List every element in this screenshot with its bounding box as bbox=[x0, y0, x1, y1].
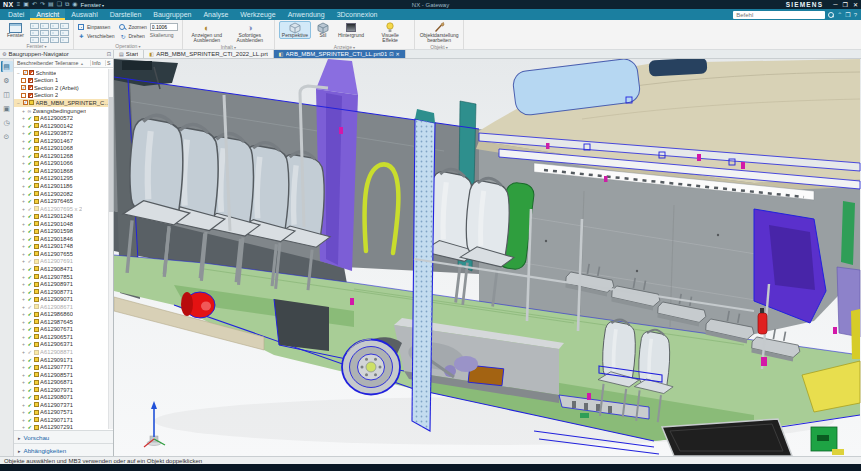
collapse-icon[interactable] bbox=[16, 70, 21, 76]
rotate-button[interactable]: Drehen bbox=[119, 32, 146, 40]
expand-icon[interactable] bbox=[21, 379, 26, 385]
tree-item-part[interactable]: A612901467 bbox=[14, 137, 113, 145]
style-button[interactable]: Stil bbox=[314, 21, 332, 39]
show-hide-button[interactable]: Anzeigen und Ausblenden bbox=[187, 21, 227, 44]
fenster-button[interactable]: Fenster bbox=[4, 21, 27, 39]
tree-item-part[interactable]: A612907571 bbox=[14, 409, 113, 417]
expand-icon[interactable] bbox=[21, 115, 26, 121]
command-finder-icon[interactable]: ◉ bbox=[72, 0, 77, 9]
expand-icon[interactable] bbox=[21, 236, 26, 242]
perspective-button[interactable]: Perspektive bbox=[279, 21, 311, 39]
checkbox[interactable] bbox=[21, 78, 26, 83]
tree-item-root-assembly[interactable]: ARB_MBM_SPRINTER_CTI_LL... bbox=[14, 99, 113, 107]
command-search-input[interactable] bbox=[733, 11, 825, 19]
expand-icon[interactable] bbox=[21, 334, 26, 340]
tree-item-part[interactable]: A612907371 bbox=[14, 401, 113, 409]
expand-icon[interactable] bbox=[21, 251, 26, 257]
tree-scrollbar-thumb[interactable] bbox=[109, 97, 113, 212]
tree-item-part[interactable]: A612903872 bbox=[14, 129, 113, 137]
document-tab[interactable]: ◧ ARB_MBM_SPRINTER_CTI_2022_LL.prt bbox=[144, 50, 273, 58]
expand-icon[interactable] bbox=[21, 387, 26, 393]
checkbox[interactable] bbox=[23, 70, 28, 75]
checkbox[interactable] bbox=[21, 85, 26, 90]
tree-item-part[interactable]: A612902082 bbox=[14, 190, 113, 198]
collapse-icon[interactable] bbox=[16, 100, 21, 106]
tree-item-constraints[interactable]: Zwangsbedingungen bbox=[14, 107, 113, 115]
tree-item-section[interactable]: Section 1 bbox=[14, 77, 113, 85]
tree-item-part[interactable]: A612901048 bbox=[14, 220, 113, 228]
tree-item-part[interactable]: A612907851 bbox=[14, 273, 113, 281]
tree-item-part[interactable]: A612906371 bbox=[14, 341, 113, 349]
fullscreen-icon[interactable]: ❒ bbox=[845, 11, 850, 18]
tree-item-part[interactable]: A612901846 bbox=[14, 235, 113, 243]
tree-item-part[interactable]: A612907671 bbox=[14, 326, 113, 334]
tree-item-part[interactable]: A612901868 bbox=[14, 167, 113, 175]
ribbon-tab[interactable]: Darstellen bbox=[104, 9, 148, 20]
ribbon-tab[interactable]: Anwendung bbox=[282, 9, 331, 20]
tree-item-part[interactable]: A612907171 bbox=[14, 416, 113, 424]
expand-icon[interactable] bbox=[21, 319, 26, 325]
search-icon[interactable] bbox=[828, 12, 834, 18]
document-tab[interactable]: ▤ Start bbox=[114, 50, 144, 58]
edit-object-display-button[interactable]: Objektdarstellung bearbeiten bbox=[419, 21, 459, 44]
expand-icon[interactable] bbox=[21, 258, 26, 264]
expand-icon[interactable] bbox=[21, 372, 26, 378]
expand-icon[interactable] bbox=[21, 175, 26, 181]
expand-icon[interactable] bbox=[21, 341, 26, 347]
expand-icon[interactable] bbox=[21, 228, 26, 234]
close-button[interactable]: ✕ bbox=[853, 1, 858, 8]
expand-icon[interactable] bbox=[21, 138, 26, 144]
expand-icon[interactable] bbox=[21, 206, 26, 212]
tree-item-part[interactable]: A612901068 bbox=[14, 144, 113, 152]
tree-item-part[interactable]: A612908071 bbox=[14, 394, 113, 402]
tree-item-part[interactable]: A612907691 bbox=[14, 258, 113, 266]
immediate-hide-button[interactable]: Sofortiges Ausblenden bbox=[230, 21, 270, 44]
expand-icon[interactable] bbox=[21, 191, 26, 197]
constraint-navigator-icon[interactable]: ⚙ bbox=[1, 75, 13, 86]
new-window-icon[interactable]: ❏ bbox=[57, 0, 62, 9]
checkbox[interactable] bbox=[23, 100, 28, 105]
roles-icon[interactable]: ⊙ bbox=[1, 131, 13, 142]
undo-icon[interactable]: ↶ bbox=[32, 0, 37, 9]
ribbon-tab[interactable]: Ansicht bbox=[30, 9, 65, 20]
expand-icon[interactable] bbox=[21, 417, 26, 423]
expand-icon[interactable] bbox=[21, 402, 26, 408]
fit-button[interactable]: Einpassen bbox=[78, 23, 115, 31]
zoom-scale-input[interactable] bbox=[150, 23, 178, 31]
expand-icon[interactable] bbox=[21, 183, 26, 189]
expand-icon[interactable] bbox=[21, 243, 26, 249]
expand-icon[interactable] bbox=[21, 153, 26, 159]
background-button[interactable]: Hintergrund bbox=[335, 21, 367, 39]
expand-icon[interactable] bbox=[21, 289, 26, 295]
tree-item-part[interactable]: A612900572 bbox=[14, 114, 113, 122]
tree-item-part[interactable]: A612986860 bbox=[14, 311, 113, 319]
expand-icon[interactable] bbox=[21, 274, 26, 280]
menu-icon[interactable]: ≡ bbox=[17, 0, 21, 9]
tree-item-part[interactable]: A612908871 bbox=[14, 348, 113, 356]
expand-icon[interactable] bbox=[21, 349, 26, 355]
ribbon-tab[interactable]: 3Dconnexion bbox=[331, 9, 384, 20]
tree-item-part[interactable]: A612901248 bbox=[14, 212, 113, 220]
ribbon-tab[interactable]: Werkzeuge bbox=[234, 9, 281, 20]
expand-icon[interactable] bbox=[21, 281, 26, 287]
tree-item-part[interactable]: A612909071 bbox=[14, 295, 113, 303]
expand-icon[interactable] bbox=[21, 311, 26, 317]
ribbon-tab[interactable]: Analyse bbox=[197, 9, 234, 20]
expand-icon[interactable] bbox=[21, 108, 26, 114]
expand-icon[interactable] bbox=[21, 326, 26, 332]
tree-item-part[interactable]: A612901295 bbox=[14, 175, 113, 183]
tree-item-part[interactable]: A612976465 bbox=[14, 197, 113, 205]
tab-pin-icon[interactable] bbox=[389, 51, 393, 57]
navigator-footer-section[interactable]: Abhängigkeiten bbox=[14, 443, 113, 456]
tree-item-part[interactable]: A612906871 bbox=[14, 378, 113, 386]
tree-item-part[interactable]: A612901748 bbox=[14, 243, 113, 251]
3d-viewport[interactable] bbox=[114, 59, 861, 456]
expand-icon[interactable] bbox=[21, 266, 26, 272]
window-layout-grid[interactable] bbox=[30, 23, 69, 43]
part-navigator-icon[interactable]: ◫ bbox=[1, 89, 13, 100]
reuse-library-icon[interactable]: ▣ bbox=[1, 103, 13, 114]
tree-column-header[interactable]: Beschreibender Teilename Info S bbox=[14, 59, 113, 68]
tree-item-part[interactable]: A612908971 bbox=[14, 280, 113, 288]
minimize-button[interactable]: ─ bbox=[833, 1, 837, 8]
save-icon[interactable]: ▣ bbox=[23, 0, 29, 9]
